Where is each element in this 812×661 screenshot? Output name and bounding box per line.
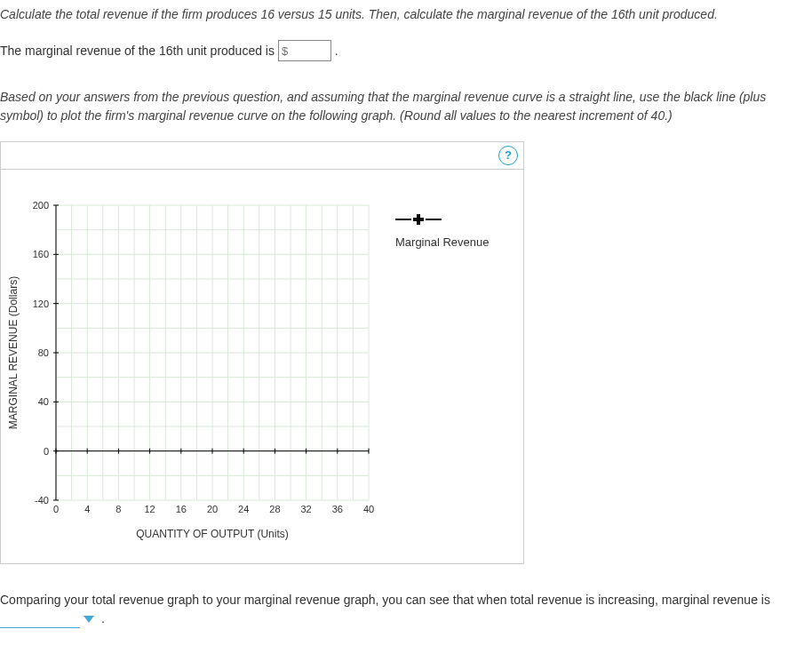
question3-text: Comparing your total revenue graph to yo…: [0, 591, 812, 628]
marginal-revenue-input[interactable]: [278, 40, 331, 61]
svg-text:40: 40: [38, 396, 49, 407]
dropdown-arrow-icon[interactable]: [84, 616, 94, 623]
legend-label: Marginal Revenue: [395, 235, 490, 249]
question2-instruction: Based on your answers from the previous …: [0, 88, 812, 125]
svg-text:MARGINAL REVENUE (Dollars): MARGINAL REVENUE (Dollars): [7, 276, 20, 429]
answer-suffix: .: [335, 44, 338, 58]
chart-plot-area[interactable]: 0481216202428323640-4004080120160200QUAN…: [4, 187, 378, 546]
svg-text:28: 28: [269, 504, 280, 514]
svg-text:36: 36: [332, 504, 343, 514]
svg-text:16: 16: [176, 504, 187, 514]
svg-text:12: 12: [144, 504, 155, 514]
svg-text:4: 4: [84, 504, 90, 514]
svg-text:32: 32: [300, 504, 311, 514]
svg-text:0: 0: [44, 446, 49, 457]
plus-icon: [413, 214, 424, 225]
dropdown-underline: [0, 627, 80, 628]
svg-text:80: 80: [38, 347, 49, 358]
svg-text:24: 24: [238, 504, 249, 514]
svg-text:20: 20: [207, 504, 218, 514]
question1-answer-line: The marginal revenue of the 16th unit pr…: [0, 40, 812, 61]
svg-text:160: 160: [33, 249, 49, 259]
svg-text:40: 40: [363, 504, 374, 514]
svg-text:200: 200: [33, 200, 49, 211]
graph-panel: ? 0481216202428323640-4004080120160200QU…: [0, 141, 524, 564]
help-button[interactable]: ?: [498, 146, 518, 165]
svg-text:120: 120: [33, 299, 49, 309]
legend-draggable-mr[interactable]: [395, 214, 490, 225]
svg-text:8: 8: [115, 504, 121, 514]
graph-toolbar: ?: [1, 142, 523, 170]
q3-suffix: .: [98, 611, 105, 625]
svg-text:QUANTITY OF OUTPUT (Units): QUANTITY OF OUTPUT (Units): [136, 528, 289, 540]
svg-text:-40: -40: [35, 495, 49, 506]
svg-text:0: 0: [53, 504, 59, 514]
chart-legend: Marginal Revenue: [378, 187, 498, 546]
question3-prompt: Comparing your total revenue graph to yo…: [0, 593, 770, 607]
question1-instruction: Calculate the total revenue if the firm …: [0, 5, 812, 24]
answer-prefix: The marginal revenue of the 16th unit pr…: [0, 44, 278, 58]
